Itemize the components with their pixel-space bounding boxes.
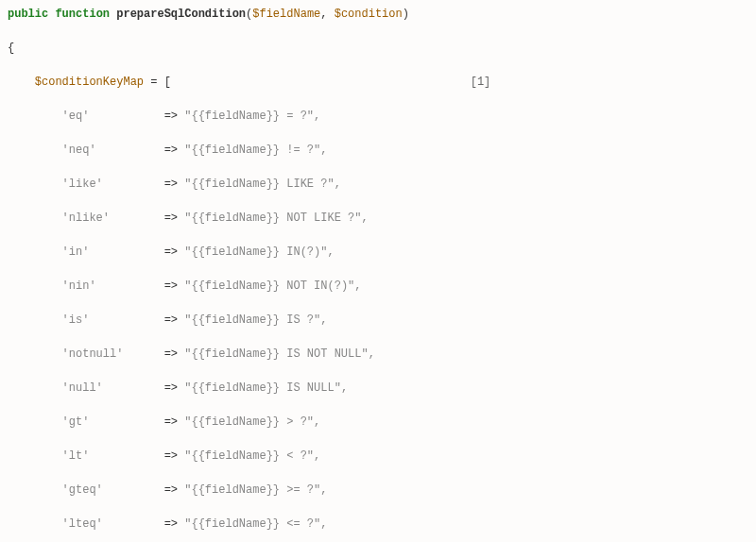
map-key: 'lteq' xyxy=(62,517,103,531)
map-row: 'is' => "{{fieldName}} IS ?", xyxy=(8,312,748,329)
map-key: 'is' xyxy=(62,313,90,327)
map-row: 'lt' => "{{fieldName}} < ?", xyxy=(8,448,748,465)
map-row: 'in' => "{{fieldName}} IN(?)", xyxy=(8,244,748,261)
function-name: prepareSqlCondition xyxy=(116,8,246,21)
map-key: 'nin' xyxy=(62,279,96,293)
map-key: 'lt' xyxy=(62,449,90,463)
map-key: 'neq' xyxy=(62,144,96,157)
map-row: 'neq' => "{{fieldName}} != ?", xyxy=(8,142,748,159)
annotation-1: [1] xyxy=(471,76,491,89)
map-key: 'null' xyxy=(62,381,103,395)
map-key: 'nlike' xyxy=(62,212,110,225)
param-fieldname: $fieldName xyxy=(252,8,320,21)
map-row: 'lteq' => "{{fieldName}} <= ?", xyxy=(8,516,748,533)
map-row: 'gteq' => "{{fieldName}} >= ?", xyxy=(8,482,748,499)
map-row: 'nin' => "{{fieldName}} NOT IN(?)", xyxy=(8,278,748,295)
keyword-function: function xyxy=(55,8,110,21)
param-condition: $condition xyxy=(335,8,403,21)
map-key: 'gteq' xyxy=(62,483,103,497)
map-row: 'gt' => "{{fieldName}} > ?", xyxy=(8,414,748,431)
map-key: 'like' xyxy=(62,178,103,191)
map-key: 'gt' xyxy=(62,415,90,429)
map-row: 'null' => "{{fieldName}} IS NULL", xyxy=(8,380,748,397)
var-conditionkeymap: $conditionKeyMap xyxy=(35,76,144,89)
map-row: 'eq' => "{{fieldName}} = ?", xyxy=(8,108,748,125)
map-row: 'notnull' => "{{fieldName}} IS NOT NULL"… xyxy=(8,346,748,363)
code-block: public function prepareSqlCondition($fie… xyxy=(8,6,748,542)
map-row: 'like' => "{{fieldName}} LIKE ?", xyxy=(8,176,748,193)
map-key: 'notnull' xyxy=(62,347,124,361)
map-key: 'in' xyxy=(62,246,90,259)
map-row: 'nlike' => "{{fieldName}} NOT LIKE ?", xyxy=(8,210,748,227)
keyword-public: public xyxy=(8,8,48,21)
map-key: 'eq' xyxy=(62,110,90,123)
